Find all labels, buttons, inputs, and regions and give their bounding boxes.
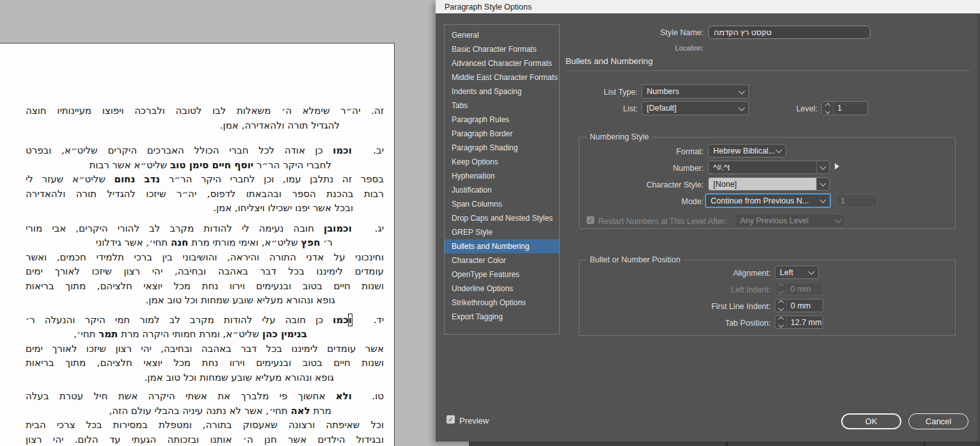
style-options-list: GeneralBasic Character FormatsAdvanced C… (444, 24, 560, 335)
first-line-indent-label: First Line Indent: (711, 302, 771, 311)
number-flyout-icon[interactable] (835, 163, 839, 170)
text-line: ובגידול הילדים אשר חנן ה׳ אותנו ובזכותה … (26, 433, 384, 446)
text-segment: שליט״א, ואימי מורתי מרת (188, 237, 301, 248)
mode-label: Mode: (681, 197, 704, 206)
sidebar-item-paragraph-shading[interactable]: Paragraph Shading (445, 141, 559, 155)
stepper-arrows-icon[interactable] (775, 316, 787, 328)
text-segment: וכל שאיפתה ורצונה שאעסוק בתורה, ומטפלת ב… (26, 419, 384, 431)
left-indent-value: 0 mm (787, 285, 810, 294)
sidebar-item-underline-options[interactable]: Underline Options (445, 282, 559, 296)
sidebar-item-grep-style[interactable]: GREP Style (445, 225, 559, 239)
sidebar-item-basic-character-formats[interactable]: Basic Character Formats (445, 42, 559, 56)
sidebar-item-advanced-character-formats[interactable]: Advanced Character Formats (445, 56, 559, 70)
paragraph: זה. יה״ר שימלא ה׳ משאלות לבו לטובה ולברכ… (26, 104, 384, 132)
text-segment: ר׳ (320, 237, 333, 248)
level-stepper[interactable]: 1 (821, 101, 868, 115)
paragraph: טו.ולא אחשוך פי מלברך את אשתי היקרה אשת … (26, 389, 384, 446)
chevron-down-icon (776, 147, 782, 154)
ok-button[interactable]: OK (841, 413, 901, 429)
sidebar-item-middle-east-character-formats[interactable]: Middle East Character Formats (445, 70, 559, 84)
mode-value: Continue from Previous N... (711, 196, 809, 205)
left-indent-label: Left Indent: (731, 285, 771, 294)
sidebar-item-justification[interactable]: Justification (445, 183, 559, 197)
style-name-input[interactable]: טקסט רץ הקדמה (708, 26, 871, 39)
text-line: עומדים לימיננו בכל דבר באהבה ובחיבה, יהי… (26, 264, 384, 279)
tab-position-stepper[interactable]: 12.7 mm (775, 315, 823, 329)
sidebar-item-opentype-features[interactable]: OpenType Features (445, 267, 559, 282)
text-line: וכל שאיפתה ורצונה שאעסוק בתורה, ומטפלת ב… (26, 418, 384, 433)
sidebar-item-tabs[interactable]: Tabs (445, 99, 559, 113)
text-segment: וכמובן (324, 223, 352, 234)
text-segment: גופא ונהורא מעליא שובע שמחות וכל טוב אמן… (145, 372, 334, 383)
mode-dropdown[interactable]: Continue from Previous N... (705, 193, 831, 208)
number-dropdown-button[interactable] (816, 161, 829, 173)
text-line: ר׳ חפץ שליט״א, ואימי מורתי מרת חנה תחי׳,… (26, 235, 333, 250)
sidebar-item-general[interactable]: General (445, 28, 559, 42)
sidebar-item-span-columns[interactable]: Span Columns (445, 197, 559, 211)
level-value: 1 (834, 104, 842, 113)
text-line: רבות בהכנת הספר ובהבאתו לדפוס, יה״ר שיזכ… (26, 187, 384, 202)
text-line: וחינכוני על אדני התורה והיראה, והושיבוני… (26, 250, 384, 265)
text-segment: חפץ (301, 237, 320, 248)
chevron-down-icon (820, 180, 826, 187)
panel-divider (924, 442, 925, 446)
number-value: ^#.^t (709, 161, 816, 173)
paragraph-number: יג. (352, 221, 384, 236)
sidebar-item-paragraph-rules[interactable]: Paragraph Rules (445, 113, 559, 127)
sidebar-item-export-tagging[interactable]: Export Tagging (445, 310, 559, 324)
sidebar-item-bullets-and-numbering[interactable]: Bullets and Numbering (445, 239, 559, 253)
number-label: Number: (673, 164, 704, 173)
sidebar-item-character-color[interactable]: Character Color (445, 253, 559, 267)
number-combobox[interactable]: ^#.^t (708, 161, 830, 174)
sidebar-item-indents-and-spacing[interactable]: Indents and Spacing (445, 84, 559, 99)
first-line-indent-stepper[interactable]: 0 mm (775, 299, 823, 312)
dialog-right-edge (977, 13, 980, 442)
document-page: זה. יה״ר שימלא ה׳ משאלות לבו לטובה ולברכ… (0, 43, 395, 446)
paragraph: יג.וכמובן חובה נעימה לי להודות מקרב לב ל… (26, 221, 384, 308)
text-segment: גופא ונהורא מעליא שובע שמחות וכל טוב אמן… (146, 294, 335, 306)
text-line: גופא ונהורא מעליא שובע שמחות וכל טוב אמן… (26, 370, 334, 385)
text-segment: זה. יה״ר שימלא ה׳ משאלות לבו לטובה ולברכ… (26, 105, 384, 116)
format-dropdown[interactable]: Hebrew Biblical... (708, 144, 786, 157)
left-indent-stepper: 0 mm (775, 282, 823, 296)
character-style-dropdown[interactable]: [None] (708, 177, 830, 191)
paragraph-number: טו. (352, 389, 384, 404)
panel-edge (469, 442, 980, 446)
text-line: להגדיל תורה ולהאדירה, אמן. (26, 118, 340, 133)
text-line: ושנות חיים בטוב ובנעימים וירוו נחת מכל י… (26, 279, 384, 294)
list-type-dropdown[interactable]: Numbers (642, 84, 749, 99)
cancel-button[interactable]: Cancel (908, 413, 968, 429)
indesign-workspace: זה. יה״ר שימלא ה׳ משאלות לבו לטובה ולברכ… (0, 0, 980, 446)
text-line: גופא ונהורא מעליא שובע שמחות וכל טוב אמן… (26, 293, 335, 308)
text-segment: חובה נעימה לי להודות מקרב לב להורי היקרי… (26, 223, 324, 234)
tab-position-label: Tab Position: (725, 319, 771, 328)
alignment-dropdown[interactable]: Left (775, 266, 819, 279)
text-segment: נדב נחום (115, 173, 161, 185)
sidebar-item-paragraph-border[interactable]: Paragraph Border (445, 127, 559, 141)
sidebar-item-hyphenation[interactable]: Hyphenation (445, 169, 559, 183)
dialog-title-bar[interactable]: Paragraph Style Options (436, 0, 980, 14)
list-label: List: (623, 104, 638, 113)
level-label: Level: (796, 104, 818, 113)
text-segment: תמר (99, 328, 118, 340)
sidebar-item-drop-caps-and-nested-styles[interactable]: Drop Caps and Nested Styles (445, 211, 559, 225)
numbering-style-group-label: Numbering Style (587, 132, 652, 141)
text-segment: וכמו (333, 145, 352, 156)
preview-checkbox[interactable] (447, 415, 455, 424)
text-segment: כן חובה עלי להודות מקרב לב למור חמי היקר… (26, 314, 333, 326)
mode-number-value: 1 (841, 196, 845, 205)
stepper-arrows-icon[interactable] (822, 102, 834, 115)
text-line: יד.וכמו כן חובה עלי להודות מקרב לב למור … (26, 313, 384, 328)
text-line: טו.ולא אחשוך פי מלברך את אשתי היקרה אשת … (26, 389, 384, 404)
text-segment: וחינכוני על אדני התורה והיראה, והושיבוני… (26, 251, 384, 263)
restart-numbers-checkbox (587, 216, 594, 224)
list-dropdown[interactable]: [Default] (642, 101, 749, 115)
character-style-dropdown-button[interactable] (816, 178, 829, 190)
sidebar-item-strikethrough-options[interactable]: Strikethrough Options (445, 296, 559, 310)
character-style-label: Character Style: (646, 180, 704, 189)
stepper-arrows-icon (775, 283, 787, 295)
sidebar-item-keep-options[interactable]: Keep Options (445, 155, 559, 169)
text-line: יב.וכמו כן אודה לכל חברי הכולל האברכים ה… (26, 143, 384, 158)
stepper-arrows-icon[interactable] (775, 299, 787, 312)
text-segment: אחשוך פי מלברך את אשתי היקרה אשת חיל עטר… (26, 390, 336, 402)
